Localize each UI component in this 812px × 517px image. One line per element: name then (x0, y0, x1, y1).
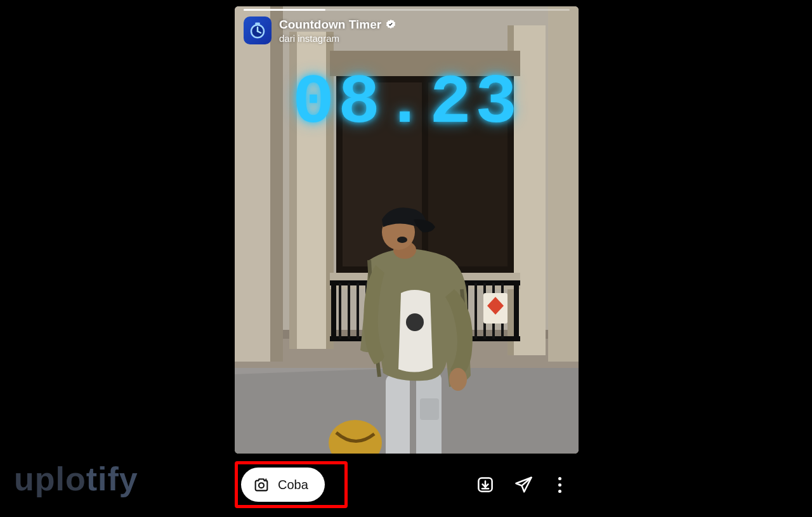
dot-icon (558, 477, 561, 480)
watermark-logo: uplotify (14, 460, 138, 498)
svg-point-48 (449, 368, 467, 391)
dot-icon (558, 483, 561, 487)
story-progress-fill (244, 9, 325, 11)
story-actions-row: Coba (235, 454, 579, 511)
try-effect-label: Coba (278, 478, 308, 492)
svg-point-51 (397, 237, 407, 243)
watermark-part2: tify (86, 461, 138, 497)
svg-rect-12 (548, 6, 579, 362)
more-options-button[interactable] (552, 475, 567, 494)
effect-header[interactable]: Countdown Timer dari instagram (244, 16, 396, 44)
verified-badge-icon (385, 19, 396, 30)
svg-rect-46 (420, 398, 439, 420)
save-effect-button[interactable] (476, 475, 495, 494)
story-viewport: Countdown Timer dari instagram 08.23 Cob… (235, 6, 579, 511)
watermark-part1: uplo (14, 461, 86, 497)
svg-rect-6 (270, 6, 283, 362)
countdown-timer-overlay: 08.23 (235, 63, 579, 143)
effect-subtitle: dari instagram (279, 33, 396, 44)
share-button[interactable] (514, 475, 533, 494)
story-frame[interactable]: Countdown Timer dari instagram 08.23 (235, 6, 579, 454)
svg-point-47 (406, 313, 424, 331)
svg-rect-20 (331, 280, 336, 341)
try-effect-button[interactable]: Coba (241, 468, 325, 502)
svg-rect-21 (514, 280, 519, 341)
svg-rect-44 (386, 374, 410, 454)
dot-icon (558, 490, 561, 493)
effect-name: Countdown Timer (279, 18, 381, 32)
camera-sparkle-icon (252, 476, 270, 494)
svg-point-54 (259, 483, 264, 488)
svg-rect-53 (255, 23, 260, 25)
effect-app-icon (244, 16, 272, 44)
story-progress-bar (244, 9, 570, 11)
